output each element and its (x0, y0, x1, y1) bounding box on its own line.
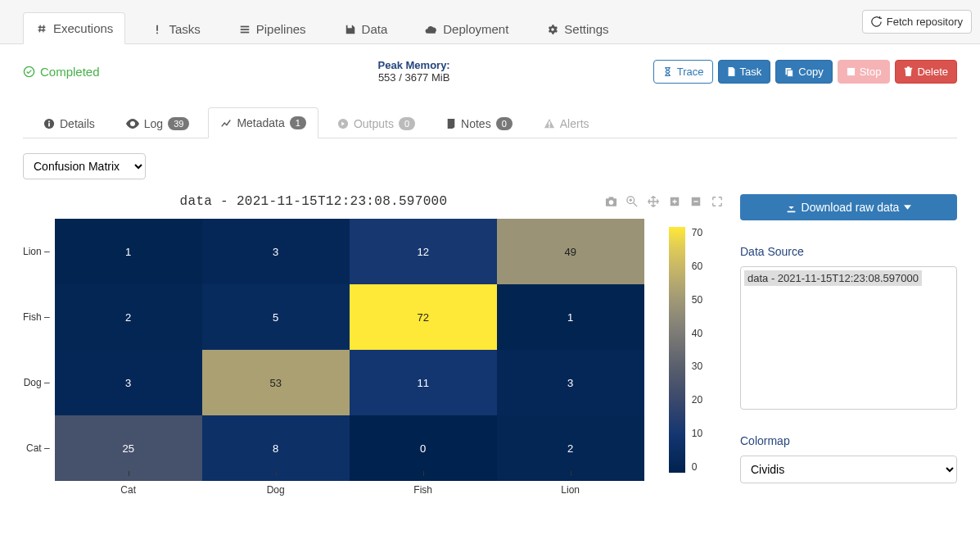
fetch-repository-button[interactable]: Fetch repository (862, 10, 972, 34)
svg-rect-8 (847, 67, 855, 75)
zoom-out-icon[interactable] (689, 195, 702, 208)
heatmap-cell[interactable]: 11 (350, 350, 497, 415)
heatmap-cell[interactable]: 12 (350, 219, 497, 284)
nav-settings[interactable]: Settings (534, 13, 621, 44)
autoscale-icon[interactable] (711, 195, 724, 208)
cloud-icon (425, 23, 438, 36)
save-icon (344, 23, 357, 36)
tab-notes[interactable]: Notes 0 (434, 107, 525, 138)
nav-deployment[interactable]: Deployment (413, 13, 521, 44)
zoom-icon[interactable] (625, 195, 639, 208)
peak-memory: Peak Memory: 553 / 3677 MiB (378, 59, 450, 84)
y-tick-label: Cat – (26, 442, 50, 454)
subtabs: Details Log 39 Metadata 1 Outputs 0 Note… (23, 107, 957, 138)
copy-label: Copy (798, 66, 823, 78)
tab-log[interactable]: Log 39 (114, 107, 202, 138)
list-icon (238, 23, 251, 36)
data-source-item[interactable]: data - 2021-11-15T12:23:08.597000 (744, 270, 922, 286)
zoom-in-icon[interactable] (668, 195, 681, 208)
heatmap-cell[interactable]: 1 (55, 219, 202, 284)
heatmap-cell[interactable]: 3 (202, 219, 350, 284)
note-icon (446, 118, 456, 129)
nav-settings-label: Settings (564, 22, 608, 36)
heatmap-cell[interactable]: 53 (202, 350, 350, 415)
nav-executions[interactable]: Executions (23, 12, 125, 44)
colorbar-tick: 20 (692, 394, 702, 406)
copy-button[interactable]: Copy (775, 60, 832, 84)
file-icon (727, 66, 736, 77)
arrow-right-circle-icon (337, 118, 349, 129)
x-tick-label: Fish (350, 481, 497, 496)
x-tick-label: Lion (497, 481, 644, 496)
tab-alerts[interactable]: Alerts (531, 107, 602, 138)
chart-toolbar (604, 195, 724, 208)
colorbar: 706050403020100 (669, 219, 702, 496)
svg-rect-0 (157, 25, 159, 30)
colorbar-tick: 50 (692, 294, 702, 306)
status-label: Completed (40, 65, 100, 79)
chart-icon (220, 117, 232, 129)
colorbar-ticks: 706050403020100 (692, 227, 702, 473)
heatmap-cell[interactable]: 2 (55, 284, 202, 350)
heatmap-cell[interactable]: 72 (350, 284, 497, 350)
caret-down-icon (904, 205, 911, 210)
trace-button[interactable]: Trace (653, 60, 713, 84)
svg-rect-2 (240, 25, 249, 27)
stop-button[interactable]: Stop (838, 60, 891, 84)
fetch-repository-label: Fetch repository (887, 16, 963, 28)
tab-details[interactable]: Details (31, 107, 107, 138)
svg-rect-3 (240, 29, 249, 30)
warning-icon (544, 118, 555, 129)
nav-tasks-label: Tasks (169, 22, 200, 36)
heatmap-cell[interactable]: 1 (497, 284, 644, 350)
svg-rect-11 (48, 120, 50, 122)
colorbar-tick: 60 (692, 261, 702, 272)
peak-memory-title: Peak Memory: (378, 59, 450, 71)
nav-deployment-label: Deployment (443, 22, 508, 36)
svg-rect-4 (240, 31, 249, 33)
svg-rect-7 (788, 70, 793, 76)
tab-log-label: Log (144, 117, 163, 130)
nav-pipelines[interactable]: Pipelines (226, 13, 318, 44)
tab-outputs[interactable]: Outputs 0 (325, 107, 427, 138)
y-axis-labels: Lion –Fish –Dog –Cat – (23, 219, 55, 481)
nav-tasks[interactable]: Tasks (138, 13, 212, 44)
task-label: Task (740, 66, 762, 78)
heatmap-grid[interactable]: 1312492572135311325802 (55, 219, 644, 481)
svg-rect-10 (48, 123, 50, 126)
nav-data[interactable]: Data (332, 13, 400, 44)
svg-point-16 (608, 200, 613, 205)
info-icon (43, 118, 55, 129)
x-axis-labels: CatDogFishLion (55, 481, 644, 496)
svg-rect-14 (549, 125, 550, 127)
tab-metadata[interactable]: Metadata 1 (208, 107, 318, 138)
camera-icon[interactable] (604, 195, 617, 208)
x-tick-label: Dog (202, 481, 350, 496)
nav-pipelines-label: Pipelines (256, 22, 306, 36)
metadata-type-select[interactable]: Confusion Matrix (23, 153, 146, 179)
stop-label: Stop (860, 66, 882, 78)
task-button[interactable]: Task (718, 60, 771, 84)
colormap-label: Colormap (740, 434, 957, 447)
heatmap-cell[interactable]: 3 (497, 350, 644, 415)
colorbar-tick: 40 (692, 328, 702, 339)
heatmap-cell[interactable]: 49 (497, 219, 644, 284)
heatmap-cell[interactable]: 3 (55, 350, 202, 415)
delete-button[interactable]: Delete (895, 60, 957, 84)
pan-icon[interactable] (647, 195, 660, 208)
tab-metadata-label: Metadata (237, 116, 284, 129)
data-source-list[interactable]: data - 2021-11-15T12:23:08.597000 (740, 266, 957, 410)
tab-notes-label: Notes (461, 117, 491, 130)
side-panel: Download raw data Data Source data - 202… (740, 194, 957, 496)
heatmap-cell[interactable]: 5 (202, 284, 350, 350)
colormap-select[interactable]: Cividis (740, 456, 957, 483)
data-source-label: Data Source (740, 245, 957, 258)
delete-label: Delete (917, 66, 948, 78)
check-circle-icon (23, 66, 35, 78)
tab-metadata-badge: 1 (290, 116, 306, 129)
colorbar-gradient (669, 227, 685, 473)
exclamation-icon (151, 23, 164, 36)
chart-title: data - 2021-11-15T12:23:08.597000 (23, 194, 604, 209)
download-raw-data-button[interactable]: Download raw data (740, 194, 957, 220)
colorbar-tick: 30 (692, 360, 702, 372)
